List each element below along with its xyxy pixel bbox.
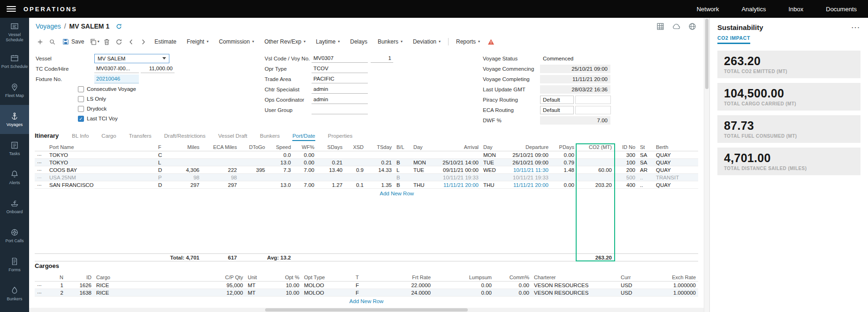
breadcrumb-voyages-link[interactable]: Voyages bbox=[36, 22, 61, 30]
toolbar-other-rev-exp-button[interactable]: Other Rev/Exp▾ bbox=[259, 36, 311, 47]
sidebar-item-fleet-map[interactable]: Fleet Map bbox=[0, 76, 29, 105]
row-menu-button[interactable]: ··· bbox=[35, 151, 47, 159]
column-header-departure[interactable]: Departure bbox=[502, 143, 551, 151]
search-button[interactable] bbox=[46, 36, 58, 47]
tab-properties[interactable]: Properties bbox=[328, 133, 352, 141]
eca-routing-extra-field[interactable] bbox=[575, 106, 611, 114]
drydock-checkbox[interactable] bbox=[78, 106, 84, 112]
add-new-row-link[interactable]: Add New Row bbox=[350, 298, 384, 304]
column-header-port-name[interactable]: Port Name bbox=[47, 143, 156, 151]
tab-transfers[interactable]: Transfers bbox=[129, 133, 152, 141]
table-row[interactable]: ···SAN FRANCISCOD29729713.07.001.270.11.… bbox=[35, 181, 698, 189]
column-header-id-no[interactable]: ID No bbox=[614, 143, 638, 151]
toolbar-laytime-button[interactable]: Laytime▾ bbox=[311, 36, 345, 47]
column-header-c-p-qty[interactable]: C/P Qty bbox=[155, 274, 245, 282]
column-header-b-l[interactable]: B/L bbox=[394, 143, 411, 151]
sidebar-item-port-calls[interactable]: Port Calls bbox=[0, 221, 29, 250]
table-row[interactable]: ···COOS BAYD4,3062223957.37.0013.400.914… bbox=[35, 166, 698, 174]
cloud-icon[interactable] bbox=[672, 22, 680, 30]
validation-warning-icon[interactable] bbox=[487, 38, 495, 45]
sync-icon[interactable] bbox=[115, 23, 122, 30]
piracy-routing-extra-field[interactable] bbox=[575, 96, 611, 104]
column-header-opt[interactable]: Opt % bbox=[269, 274, 302, 282]
row-menu-button[interactable]: ··· bbox=[35, 174, 47, 181]
toolbar-estimate-button[interactable]: Estimate bbox=[149, 36, 182, 47]
delete-button[interactable] bbox=[100, 36, 113, 47]
sidebar-item-vessel-schedule[interactable]: Vessel Schedule bbox=[0, 18, 29, 47]
table-row[interactable]: ···21638RICE12,000MT10.00MOLOOF24.00000.… bbox=[35, 289, 698, 297]
eca-routing-select[interactable]: Default bbox=[540, 106, 574, 114]
column-header-opt-type[interactable]: Opt Type bbox=[302, 274, 353, 282]
fixture-no-field[interactable]: 20210046 bbox=[94, 74, 139, 83]
sidebar-item-voyages[interactable]: Voyages bbox=[0, 105, 29, 134]
previous-button[interactable] bbox=[125, 36, 137, 47]
vertical-scrollbar[interactable] bbox=[704, 18, 709, 312]
column-header-day[interactable]: Day bbox=[481, 143, 502, 151]
add-new-row-link[interactable]: Add New Row bbox=[380, 191, 414, 196]
sidebar-item-bunkers[interactable]: Bunkers bbox=[0, 279, 29, 308]
column-header-speed[interactable]: Speed bbox=[267, 143, 293, 151]
globe-icon[interactable] bbox=[688, 22, 696, 30]
piracy-routing-select[interactable]: Default bbox=[540, 96, 574, 104]
tab-vessel-draft[interactable]: Vessel Draft bbox=[218, 133, 247, 141]
row-menu-button[interactable]: ··· bbox=[35, 289, 47, 297]
topnav-inbox[interactable]: Inbox bbox=[788, 6, 803, 13]
grid-view-icon[interactable] bbox=[656, 22, 664, 30]
table-row[interactable]: ···TOKYOC0.00.00MON25/10/21 09:000.00300… bbox=[35, 151, 698, 159]
column-header-sdays[interactable]: SDays bbox=[317, 143, 345, 151]
toolbar-delays-button[interactable]: Delays bbox=[345, 36, 373, 47]
voy-no-field[interactable]: 1 bbox=[371, 54, 393, 63]
column-header-cargo[interactable]: Cargo bbox=[94, 274, 155, 282]
column-header-st[interactable]: St bbox=[638, 143, 654, 151]
toolbar-deviation-button[interactable]: Deviation▾ bbox=[408, 36, 446, 47]
column-header-co2-mt[interactable]: CO2 (MT) bbox=[577, 143, 614, 151]
toolbar-bunkers-button[interactable]: Bunkers▾ bbox=[373, 36, 408, 47]
toolbar-commission-button[interactable]: Commission▾ bbox=[213, 36, 259, 47]
consecutive-voyage-checkbox[interactable] bbox=[78, 86, 84, 92]
table-row[interactable]: ···USA 25NMP9898B10/11/21 19:3310/11/21 … bbox=[35, 174, 698, 181]
column-header-comm[interactable]: Comm% bbox=[494, 274, 532, 282]
topnav-analytics[interactable]: Analytics bbox=[741, 6, 766, 13]
opr-type-field[interactable]: TCOV bbox=[312, 64, 368, 73]
sidebar-item-tasks[interactable]: Tasks bbox=[0, 134, 29, 163]
column-header-miles[interactable]: Miles bbox=[169, 143, 202, 151]
column-header-exch-rate[interactable]: Exch Rate bbox=[644, 274, 698, 282]
column-header-arrival[interactable]: Arrival bbox=[432, 143, 481, 151]
vsl-code-field[interactable]: MV0307 bbox=[312, 54, 368, 63]
cell-departure[interactable]: 11/11/21 20:00 bbox=[502, 181, 551, 189]
sidebar-item-alerts[interactable]: Alerts bbox=[0, 163, 29, 192]
column-header-day[interactable]: Day bbox=[411, 143, 432, 151]
hire-rate-field[interactable]: 11,000.00 bbox=[141, 64, 175, 73]
column-header-unit[interactable]: Unit bbox=[245, 274, 269, 282]
last-tci-voy-checkbox[interactable]: ✓ bbox=[78, 116, 84, 122]
column-header-lumpsum[interactable]: Lumpsum bbox=[433, 274, 494, 282]
topnav-documents[interactable]: Documents bbox=[826, 6, 857, 13]
copy-button[interactable]: ▾ bbox=[88, 36, 100, 47]
column-header-f[interactable]: F bbox=[156, 143, 169, 151]
save-button[interactable]: Save bbox=[58, 36, 88, 47]
row-menu-button[interactable]: ··· bbox=[35, 166, 47, 174]
topnav-network[interactable]: Network bbox=[697, 6, 719, 13]
more-options-icon[interactable]: ··· bbox=[852, 24, 860, 31]
column-header-wf[interactable]: WF% bbox=[293, 143, 317, 151]
row-menu-button[interactable]: ··· bbox=[35, 282, 47, 289]
cell-arrival[interactable]: 11/11/21 20:00 bbox=[432, 181, 481, 189]
tab-bunkers[interactable]: Bunkers bbox=[260, 133, 280, 141]
column-header-curr[interactable]: Curr bbox=[618, 274, 644, 282]
sidebar-item-onboard[interactable]: Onboard bbox=[0, 192, 29, 221]
ls-only-checkbox[interactable] bbox=[78, 96, 84, 102]
user-group-field[interactable] bbox=[312, 105, 368, 114]
column-header-eca-miles[interactable]: ECA Miles bbox=[202, 143, 239, 151]
tab-co2-impact[interactable]: CO2 IMPACT bbox=[717, 35, 750, 44]
next-button[interactable] bbox=[137, 36, 149, 47]
column-header-berth[interactable]: Berth bbox=[654, 143, 698, 151]
sidebar-item-forms[interactable]: Forms bbox=[0, 250, 29, 279]
horizontal-scrollbar[interactable] bbox=[29, 308, 704, 312]
tab-bl-info[interactable]: BL Info bbox=[72, 133, 89, 141]
table-row[interactable]: ···11626RICE95,000MT10.00MOLOOF22.00000.… bbox=[35, 282, 698, 289]
horizontal-scrollbar-thumb[interactable] bbox=[265, 308, 467, 312]
row-menu-button[interactable]: ··· bbox=[35, 181, 47, 189]
trade-area-field[interactable]: PACIFIC bbox=[312, 74, 368, 83]
toolbar-reports-button[interactable]: Reports▾ bbox=[451, 36, 485, 47]
cell-departure[interactable]: 10/11/21 11:30 bbox=[502, 166, 551, 174]
